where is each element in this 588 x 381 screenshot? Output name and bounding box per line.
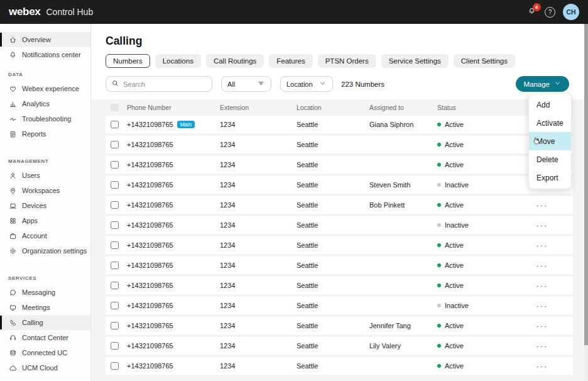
location-cell: Seattle <box>297 262 369 269</box>
table-row[interactable]: +143210987651234SeattleActive··· <box>106 277 573 294</box>
numbers-count: 223 Numbers <box>341 80 384 88</box>
table-row[interactable]: +143210987651234SeattleLily ValeryActive… <box>106 337 573 355</box>
status-text: Active <box>445 121 464 128</box>
sidebar-item-meetings[interactable]: Meetings <box>0 300 90 315</box>
table-row[interactable]: +143210987651234SeattleActive··· <box>106 136 573 153</box>
sidebar-item-label: Devices <box>22 202 46 209</box>
tab-client-settings[interactable]: Client Settings <box>454 54 515 68</box>
phone-number-cell: +14321098765 <box>127 362 220 370</box>
extension-cell: 1234 <box>220 221 297 229</box>
tab-call-routings[interactable]: Call Routings <box>206 54 264 68</box>
sidebar-item-apps[interactable]: Apps <box>0 213 90 228</box>
status-text: Inactive <box>445 302 469 309</box>
row-checkbox[interactable] <box>111 362 119 370</box>
row-checkbox[interactable] <box>111 221 119 229</box>
main-content: Calling NumbersLocationsCall RoutingsFea… <box>91 24 588 381</box>
menu-item-add[interactable]: Add <box>529 96 571 114</box>
status-text: Active <box>445 362 464 370</box>
sidebar-item-notifications-center[interactable]: Notifications center <box>0 47 90 62</box>
select-all-checkbox[interactable] <box>111 104 119 112</box>
row-checkbox[interactable] <box>111 161 119 169</box>
menu-item-delete[interactable]: Delete <box>529 150 571 168</box>
avatar[interactable]: CH <box>563 4 579 20</box>
sidebar-item-webex-experience[interactable]: Webex experience <box>0 81 90 96</box>
status-dot-icon <box>437 163 441 167</box>
row-actions-button[interactable]: ··· <box>511 301 573 311</box>
table-row[interactable]: +143210987651234SeattleJennifer TangActi… <box>106 317 573 334</box>
tab-features[interactable]: Features <box>269 54 312 68</box>
section-label-services: SERVICES <box>0 275 90 282</box>
row-checkbox[interactable] <box>111 141 119 149</box>
sidebar-item-calling[interactable]: Calling <box>0 315 90 330</box>
sidebar-item-contact-center[interactable]: Contact Center <box>0 330 90 345</box>
sidebar-item-messaging[interactable]: Messaging <box>0 285 90 300</box>
row-checkbox[interactable] <box>111 282 119 290</box>
sidebar-item-ucm-cloud[interactable]: UCM Cloud <box>0 360 90 375</box>
table-row[interactable]: +143210987651234SeattleInactive··· <box>106 297 573 314</box>
sidebar-item-analytics[interactable]: Analytics <box>0 96 90 111</box>
menu-item-move[interactable]: Move <box>529 132 571 150</box>
status-dot-icon <box>437 183 441 187</box>
row-actions-button[interactable]: ··· <box>511 201 573 210</box>
row-checkbox[interactable] <box>111 342 119 350</box>
row-checkbox[interactable] <box>111 121 119 129</box>
table-row[interactable]: +14321098765Main1234SeattleGiana Siphron… <box>106 116 573 133</box>
status-cell: Active <box>437 241 511 249</box>
table-row[interactable]: +143210987651234SeattleBob PinkettActive… <box>106 196 573 214</box>
sidebar-item-troubleshooting[interactable]: Troubleshooting <box>0 111 90 126</box>
tab-service-settings[interactable]: Service Settings <box>381 54 449 68</box>
row-actions-button[interactable]: ··· <box>511 281 573 290</box>
row-checkbox[interactable] <box>111 181 119 189</box>
manage-button[interactable]: Manage <box>516 76 569 92</box>
table-row[interactable]: +143210987651234SeattleActive··· <box>106 357 573 375</box>
search-input[interactable] <box>123 80 207 88</box>
row-actions-button[interactable]: ··· <box>511 261 573 270</box>
sidebar-item-overview[interactable]: Overview <box>0 32 90 47</box>
tab-numbers[interactable]: Numbers <box>106 54 150 68</box>
sidebar-item-workspaces[interactable]: Workspaces <box>0 183 90 198</box>
table-row[interactable]: +143210987651234SeattleActive··· <box>106 156 573 174</box>
row-actions-button[interactable]: ··· <box>511 221 573 230</box>
sidebar-item-users[interactable]: Users <box>0 168 90 183</box>
manage-button-label: Manage <box>523 80 550 88</box>
status-dot-icon <box>437 364 441 368</box>
table-row[interactable]: +143210987651234SeattleActive··· <box>106 257 573 274</box>
menu-item-activate[interactable]: Activate <box>529 114 571 132</box>
sidebar-item-label: Organization settings <box>22 247 87 255</box>
sidebar-item-connected-uc[interactable]: Connected UC <box>0 345 90 360</box>
scrollbar-thumb[interactable] <box>584 24 588 345</box>
phone-number: +14321098765 <box>127 262 173 269</box>
tab-locations[interactable]: Locations <box>155 54 201 68</box>
table-row[interactable]: +143210987651234SeattleActive··· <box>106 236 573 254</box>
laptop-icon <box>8 201 17 210</box>
sidebar-item-reports[interactable]: Reports <box>0 126 90 141</box>
row-actions-button[interactable]: ··· <box>511 321 573 331</box>
sidebar-item-account[interactable]: Account <box>0 228 90 243</box>
table-row[interactable]: +143210987651234SeattleInactive··· <box>106 216 573 234</box>
row-actions-button[interactable]: ··· <box>511 341 573 351</box>
status-dot-icon <box>437 344 441 348</box>
filter-location-value: Location <box>286 80 313 88</box>
help-button[interactable]: ? <box>545 7 555 18</box>
status-cell: Active <box>437 362 511 370</box>
sidebar-item-label: Overview <box>22 36 51 43</box>
sidebar-item-devices[interactable]: Devices <box>0 198 90 213</box>
row-actions-button[interactable]: ··· <box>511 362 573 371</box>
row-checkbox[interactable] <box>111 322 119 330</box>
notifications-button[interactable]: 6 <box>526 6 537 18</box>
row-actions-button[interactable]: ··· <box>511 241 573 250</box>
filter-location-select[interactable]: Location <box>280 76 333 92</box>
row-checkbox[interactable] <box>111 241 119 250</box>
table-row[interactable]: +143210987651234SeattleSteven SmithInact… <box>106 176 573 194</box>
sidebar-item-organization-settings[interactable]: Organization settings <box>0 243 90 258</box>
row-checkbox[interactable] <box>111 302 119 310</box>
row-checkbox[interactable] <box>111 262 119 270</box>
tab-ptsn-orders[interactable]: PTSN Orders <box>318 54 376 68</box>
chat-icon <box>8 288 17 297</box>
row-checkbox[interactable] <box>111 201 119 209</box>
menu-item-export[interactable]: Export <box>529 168 571 187</box>
phone-number: +14321098765 <box>127 221 173 229</box>
filter-all-select[interactable]: All <box>221 76 271 92</box>
table-header-row: Phone NumberExtensionLocationAssigned to… <box>106 99 573 116</box>
search-box[interactable] <box>106 76 212 92</box>
